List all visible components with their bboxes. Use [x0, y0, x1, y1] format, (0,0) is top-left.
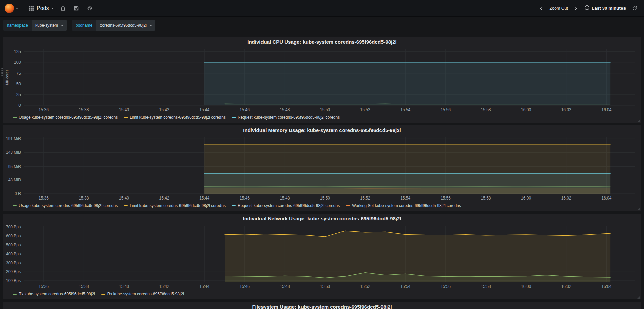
x-tick-label: 15:56	[441, 107, 451, 112]
time-range-label: Last 30 minutes	[592, 6, 626, 11]
x-tick-label: 15:54	[400, 107, 410, 112]
chevron-down-icon	[51, 8, 54, 9]
legend-item[interactable]: Rx kube-system coredns-695f96dcd5-98j2l	[101, 291, 184, 297]
x-tick-label: 15:50	[320, 284, 330, 289]
x-tick-label: 15:50	[320, 196, 330, 201]
network-usage-chart[interactable]: 100 Bps200 Bps300 Bps400 Bps500 Bps600 B…	[5, 223, 639, 290]
chart-legend: Usage kube-system coredns-695f96dcd5-98j…	[3, 202, 641, 209]
x-tick-label: 16:00	[521, 107, 531, 112]
x-tick-label: 15:58	[481, 107, 491, 112]
clock-icon	[584, 5, 590, 11]
panel-resize-handle[interactable]	[637, 119, 640, 122]
x-tick-label: 15:40	[119, 196, 129, 201]
x-tick-label: 15:56	[441, 284, 451, 289]
cpu-usage-chart[interactable]: 025507510012515:3615:3815:4015:4215:4415…	[5, 46, 639, 114]
legend-item[interactable]: Usage kube-system coredns-695f96dcd5-98j…	[13, 203, 118, 209]
legend-item[interactable]: Request kube-system coredns-695f96dcd5-9…	[232, 114, 340, 120]
y-tick-label: 125	[14, 49, 21, 54]
refresh-icon[interactable]	[631, 4, 639, 12]
chevron-left-icon[interactable]	[538, 5, 545, 12]
y-tick-label: 100 Bps	[6, 278, 21, 283]
y-tick-label: 100	[14, 60, 21, 65]
x-tick-label: 15:46	[240, 284, 250, 289]
legend-item[interactable]: Request kube-system coredns-695f96dcd5-9…	[232, 203, 340, 209]
share-icon[interactable]	[59, 4, 67, 12]
x-tick-label: 15:58	[481, 196, 491, 201]
x-tick-label: 16:04	[601, 196, 611, 201]
x-tick-label: 15:52	[360, 107, 370, 112]
panel-title[interactable]: Individual Network Usage: kube-system co…	[3, 214, 641, 223]
legend-item[interactable]: Working Set kube-system coredns-695f96dc…	[346, 203, 461, 209]
series-fill	[204, 62, 610, 105]
x-tick-label: 16:02	[561, 284, 571, 289]
y-tick-label: 0 B	[15, 191, 21, 196]
x-tick-label: 15:52	[360, 196, 370, 201]
x-tick-label: 15:46	[240, 107, 250, 112]
panel-title[interactable]: Filesystem Usage: kube-system coredns-69…	[3, 302, 641, 309]
x-tick-label: 15:38	[79, 107, 89, 112]
panel-cpu-usage: Individual CPU Usage: kube-system coredn…	[3, 37, 641, 123]
dashboard-picker[interactable]: Pods	[26, 4, 56, 13]
grafana-logo[interactable]	[5, 4, 14, 13]
panel-resize-handle[interactable]	[637, 296, 640, 299]
y-tick-label: 191 MiB	[6, 136, 21, 141]
y-tick-label: 95 MiB	[8, 164, 21, 169]
y-tick-label: 143 MiB	[6, 150, 21, 155]
y-tick-label: 600 Bps	[6, 234, 21, 238]
memory-usage-chart[interactable]: 0 B48 MiB95 MiB143 MiB191 MiB15:3615:381…	[5, 135, 639, 202]
podname-dropdown[interactable]: coredns-695f96dcd5-98j2l	[96, 20, 155, 31]
x-tick-label: 15:40	[119, 284, 129, 289]
x-tick-label: 15:44	[199, 196, 209, 201]
legend-item[interactable]: Limit kube-system coredns-695f96dcd5-98j…	[124, 114, 226, 120]
x-tick-label: 16:02	[561, 107, 571, 112]
apps-grid-icon	[28, 5, 34, 11]
panel-title[interactable]: Individual CPU Usage: kube-system coredn…	[3, 37, 641, 46]
namespace-dropdown[interactable]: kube-system	[32, 20, 67, 31]
x-tick-label: 15:48	[280, 107, 290, 112]
panel-filesystem-usage: Filesystem Usage: kube-system coredns-69…	[3, 302, 641, 309]
x-tick-label: 15:48	[280, 196, 290, 201]
x-tick-label: 15:42	[159, 107, 169, 112]
panel-resize-handle[interactable]	[637, 208, 640, 210]
time-range-picker[interactable]: Last 30 minutes	[582, 4, 628, 12]
x-tick-label: 15:36	[39, 196, 49, 201]
chevron-down-icon	[149, 25, 152, 26]
x-tick-label: 15:36	[39, 107, 49, 112]
x-tick-label: 15:48	[280, 284, 290, 289]
x-tick-label: 15:36	[39, 284, 49, 289]
legend-item[interactable]: Limit kube-system coredns-695f96dcd5-98j…	[124, 203, 226, 209]
row-drag-handle[interactable]	[1, 68, 3, 77]
x-tick-label: 15:46	[240, 196, 250, 201]
y-tick-label: 300 Bps	[6, 261, 21, 265]
zoom-out-button[interactable]: Zoom Out	[548, 5, 569, 11]
chevron-down-icon	[61, 25, 64, 26]
y-tick-label: 500 Bps	[6, 242, 21, 247]
x-tick-label: 15:42	[159, 196, 169, 201]
legend-item[interactable]: Usage kube-system coredns-695f96dcd5-98j…	[13, 114, 118, 120]
x-tick-label: 15:54	[400, 284, 410, 289]
y-tick-label: 0	[18, 103, 21, 108]
chart-legend: Usage kube-system coredns-695f96dcd5-98j…	[3, 114, 641, 120]
x-tick-label: 15:38	[79, 196, 89, 201]
divider	[22, 4, 22, 13]
chevron-right-icon[interactable]	[572, 5, 579, 12]
settings-gear-icon[interactable]	[86, 4, 94, 12]
panel-title[interactable]: Individual Memory Usage: kube-system cor…	[3, 125, 641, 135]
x-tick-label: 16:04	[601, 107, 611, 112]
x-tick-label: 15:44	[199, 284, 209, 289]
y-tick-label: 50	[16, 82, 21, 86]
y-tick-label: 25	[16, 92, 21, 97]
y-axis-label: Millicores	[5, 70, 9, 85]
dashboard-grid: Individual CPU Usage: kube-system coredn…	[0, 34, 644, 309]
y-tick-label: 75	[16, 71, 21, 76]
chart-svg: 0 B48 MiB95 MiB143 MiB191 MiB15:3615:381…	[5, 135, 639, 202]
variable-podname: podname coredns-695f96dcd5-98j2l	[72, 20, 155, 31]
y-tick-label: 48 MiB	[8, 178, 21, 182]
x-tick-label: 15:56	[441, 196, 451, 201]
legend-item[interactable]: Tx kube-system coredns-695f96dcd5-98j2l	[13, 291, 95, 297]
x-tick-label: 16:02	[561, 196, 571, 201]
chevron-down-icon	[16, 8, 18, 9]
template-variables-row: namespace kube-system podname coredns-69…	[0, 17, 644, 34]
chart-svg: 100 Bps200 Bps300 Bps400 Bps500 Bps600 B…	[5, 223, 639, 290]
save-icon[interactable]	[72, 4, 80, 12]
